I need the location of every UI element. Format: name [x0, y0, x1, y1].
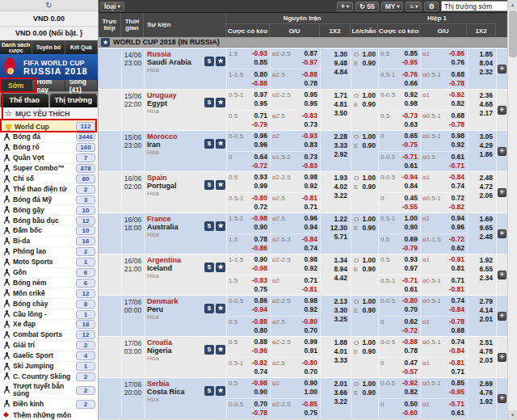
expand-more-button[interactable]: +: [498, 312, 506, 321]
odds-value[interactable]: 0.95: [304, 90, 317, 99]
odds-value[interactable]: 1.00: [362, 338, 376, 347]
odds-value[interactable]: 0.78: [254, 235, 267, 244]
sidebar-sport-item[interactable]: Gaelic Sport 4: [0, 351, 98, 362]
odds-value[interactable]: 1.30: [334, 50, 347, 59]
stats-badge-icon[interactable]: $: [204, 386, 214, 396]
odds-value[interactable]: 0.70: [254, 400, 267, 409]
odds-value[interactable]: 2.48: [479, 174, 493, 183]
sidebar-sport-item[interactable]: Trượt tuyết bắn súng 2: [0, 382, 98, 399]
odds-value[interactable]: 1.00: [362, 174, 376, 183]
odds-value[interactable]: 3.25: [334, 315, 347, 324]
favorite-star-icon[interactable]: ★: [216, 221, 225, 231]
odds-value[interactable]: 0.98: [304, 255, 317, 264]
expand-more-button[interactable]: +: [498, 229, 506, 238]
odds-value[interactable]: 2.79: [479, 297, 493, 306]
odds-value[interactable]: 0.90: [362, 224, 376, 233]
expand-more-button[interactable]: +: [498, 394, 506, 403]
expand-more-button[interactable]: +: [498, 65, 506, 74]
odds-value[interactable]: 3.33: [334, 356, 347, 365]
odds-value[interactable]: 0.83: [304, 141, 317, 149]
odds-value[interactable]: 0.75: [304, 409, 317, 418]
odds-value[interactable]: 1.00: [304, 388, 317, 397]
odds-value[interactable]: -0.80: [302, 359, 317, 368]
odds-value[interactable]: 0.85: [451, 379, 464, 388]
odds-value[interactable]: 4.76: [479, 388, 493, 397]
home-team[interactable]: Argentina: [147, 256, 204, 264]
odds-value[interactable]: 0.75: [254, 285, 267, 294]
nav-results[interactable]: Kết Quả: [65, 40, 98, 54]
odds-value[interactable]: 0.96: [254, 132, 267, 141]
odds-value[interactable]: 3.30: [334, 306, 347, 315]
odds-value[interactable]: -0.81: [449, 285, 464, 294]
away-team[interactable]: Iran: [147, 141, 204, 149]
settings-button[interactable]: ⚙: [424, 2, 439, 11]
odds-value[interactable]: 0.98: [451, 132, 464, 141]
odds-value[interactable]: -0.83: [302, 111, 317, 120]
odds-value[interactable]: 8.94: [334, 265, 347, 274]
odds-value[interactable]: 0.71: [451, 276, 464, 285]
odds-value[interactable]: 0.90: [362, 306, 376, 315]
sidebar-sport-item[interactable]: Bóng bầu dục 12: [0, 216, 98, 226]
odds-value[interactable]: 2.28: [334, 132, 347, 141]
home-team[interactable]: Morocco: [147, 132, 204, 141]
stats-badge-icon[interactable]: $: [204, 304, 214, 313]
odds-value[interactable]: 0.69: [404, 235, 418, 244]
odds-value[interactable]: -0.72: [449, 235, 464, 244]
odds-value[interactable]: -0.71: [402, 153, 418, 162]
sidebar-sport-item[interactable]: Điền kinh 2: [0, 399, 98, 410]
scrollbar-thumb[interactable]: [509, 10, 517, 57]
odds-value[interactable]: 0.72: [451, 194, 464, 203]
odds-value[interactable]: 4.29: [479, 141, 493, 150]
view-layout-button[interactable]: ≡▾: [406, 2, 422, 11]
odds-value[interactable]: -0.88: [252, 317, 267, 326]
odds-value[interactable]: 0.90: [362, 388, 376, 397]
odds-value[interactable]: 0.82: [404, 388, 418, 397]
odds-value[interactable]: 1.71: [334, 91, 347, 100]
odds-value[interactable]: 1.69: [479, 215, 493, 224]
sidebar-sport-item[interactable]: Bóng chày 8: [0, 299, 98, 309]
odds-value[interactable]: -0.85: [302, 400, 317, 409]
odds-value[interactable]: 0.98: [304, 173, 317, 182]
odds-value[interactable]: -0.71: [449, 400, 464, 409]
odds-value[interactable]: 3.05: [479, 132, 493, 141]
sidebar-sport-item[interactable]: Đấm bốc 10: [0, 226, 98, 237]
odds-value[interactable]: 0.99: [304, 338, 317, 346]
odds-value[interactable]: 1.86: [479, 150, 493, 159]
odds-value[interactable]: 2.51: [479, 338, 493, 347]
sidebar-sport-item[interactable]: Bóng gậy 10: [0, 205, 98, 216]
odds-value[interactable]: 0.73: [304, 153, 317, 162]
sidebar-sport-item[interactable]: Giải trí 2: [0, 341, 98, 351]
odds-value[interactable]: 0.74: [451, 182, 464, 191]
stats-badge-icon[interactable]: $: [204, 139, 214, 149]
odds-value[interactable]: 0.97: [404, 264, 418, 273]
odds-value[interactable]: -0.71: [402, 276, 418, 285]
sidebar-sport-item[interactable]: Super Combo™ 378: [0, 164, 98, 174]
odds-value[interactable]: -0.75: [402, 141, 418, 149]
odds-value[interactable]: 0.98: [404, 99, 418, 108]
odds-value[interactable]: 0.45: [404, 194, 418, 203]
home-team[interactable]: Russia: [147, 50, 204, 58]
odds-value[interactable]: -0.92: [449, 90, 464, 99]
favorite-star-icon[interactable]: ★: [216, 345, 225, 355]
odds-value[interactable]: -0.81: [449, 359, 464, 368]
odds-value[interactable]: 2.69: [479, 380, 493, 388]
odds-value[interactable]: 0.92: [304, 264, 317, 273]
balance-refresh-icon[interactable]: ↻: [0, 0, 98, 11]
odds-value[interactable]: -0.84: [302, 235, 317, 244]
odds-value[interactable]: 0.91: [304, 346, 317, 355]
odds-value[interactable]: 0.97: [254, 90, 267, 99]
odds-value[interactable]: -0.72: [252, 162, 267, 170]
market-type-button[interactable]: loại▾: [100, 2, 124, 11]
odds-value[interactable]: 0.70: [304, 326, 317, 335]
odds-value[interactable]: 0.65: [404, 132, 418, 141]
odds-value[interactable]: 2.03: [479, 356, 493, 365]
odds-value[interactable]: 0.92: [304, 305, 317, 314]
odds-value[interactable]: 0.74: [451, 338, 464, 346]
tab-markets[interactable]: Thị trường: [50, 94, 98, 107]
odds-value[interactable]: 0.93: [404, 255, 418, 264]
odds-value[interactable]: 0.63: [404, 120, 418, 129]
sidebar-sport-item[interactable]: Thể thao điện tử 2: [0, 184, 98, 195]
league-star-icon[interactable]: ★: [101, 38, 110, 47]
sidebar-sport-item[interactable]: Ski Jumping 1: [0, 362, 98, 372]
odds-value[interactable]: 4.81: [334, 100, 347, 109]
